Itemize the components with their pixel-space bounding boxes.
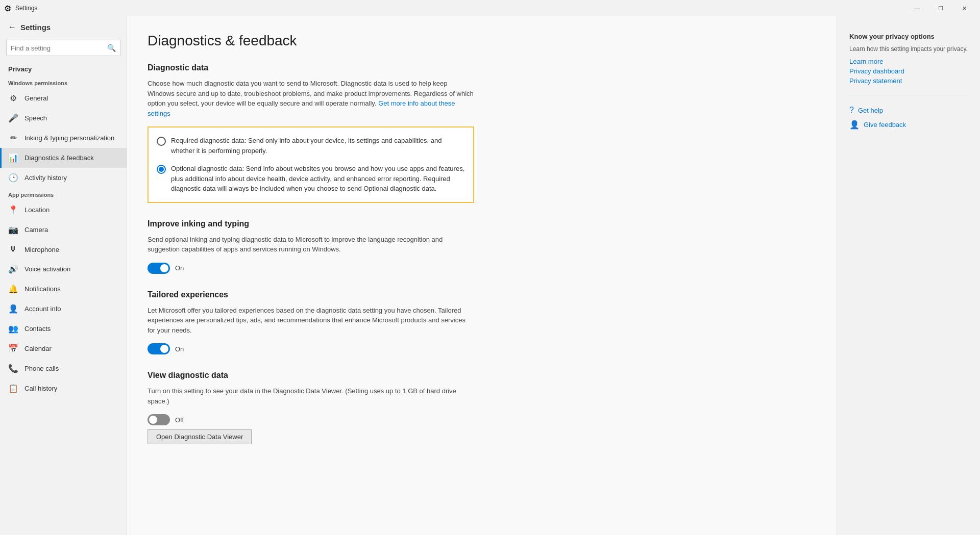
required-radio[interactable] <box>157 137 166 146</box>
window-controls: — ☐ ✕ <box>905 0 976 16</box>
view-diagnostic-toggle[interactable] <box>148 414 170 425</box>
nav-label-voice: Voice activation <box>24 265 70 273</box>
tailored-toggle-row: On <box>148 343 474 354</box>
sidebar-item-voice[interactable]: 🔊 Voice activation <box>0 259 127 279</box>
sidebar-item-calendar[interactable]: 📅 Calendar <box>0 339 127 359</box>
nav-label-inking: Inking & typing personalization <box>24 134 114 142</box>
sidebar-app-title: Settings <box>20 23 51 32</box>
windows-permissions-label: Windows permissions <box>0 76 127 88</box>
view-diagnostic-toggle-row: Off <box>148 414 474 425</box>
nav-icon-callhistory: 📋 <box>8 384 18 393</box>
nav-icon-camera: 📷 <box>8 225 18 235</box>
sidebar-header: ← Settings <box>0 16 127 38</box>
view-diagnostic-toggle-thumb <box>149 416 157 424</box>
sidebar-item-phonecalls[interactable]: 📞 Phone calls <box>0 359 127 378</box>
main-content: Diagnostics & feedback Diagnostic data C… <box>127 16 837 535</box>
sidebar-item-diagnostics[interactable]: 📊 Diagnostics & feedback <box>0 148 127 168</box>
app-container: ← Settings 🔍 Privacy Windows permissions… <box>0 16 980 535</box>
nav-label-general: General <box>24 94 48 102</box>
right-action-give_feedback[interactable]: 👤 Give feedback <box>849 120 968 130</box>
tailored-toggle[interactable] <box>148 343 170 354</box>
right-panel-divider <box>849 95 968 95</box>
tailored-desc: Let Microsoft offer you tailored experie… <box>148 305 474 336</box>
sidebar: ← Settings 🔍 Privacy Windows permissions… <box>0 16 127 535</box>
nav-icon-inking: ✏ <box>8 133 18 143</box>
right-panel: Know your privacy options Learn how this… <box>837 16 980 535</box>
right-link-privacy_dashboard[interactable]: Privacy dashboard <box>849 67 968 75</box>
sidebar-item-notifications[interactable]: 🔔 Notifications <box>0 279 127 299</box>
nav-icon-location: 📍 <box>8 205 18 215</box>
nav-label-activity: Activity history <box>24 174 67 182</box>
minimize-button[interactable]: — <box>905 0 929 16</box>
required-label: Required diagnostic data: Send only info… <box>171 136 465 156</box>
right-action-icon-give_feedback: 👤 <box>849 120 860 130</box>
nav-icon-calendar: 📅 <box>8 344 18 353</box>
diagnostic-data-title: Diagnostic data <box>148 63 474 72</box>
sidebar-item-account[interactable]: 👤 Account info <box>0 299 127 319</box>
sidebar-item-contacts[interactable]: 👥 Contacts <box>0 319 127 339</box>
app-permissions-label: App permissions <box>0 188 127 200</box>
nav-label-location: Location <box>24 206 50 214</box>
sidebar-item-general[interactable]: ⚙ General <box>0 88 127 108</box>
privacy-label: Privacy <box>0 62 127 76</box>
right-action-label-get_help: Get help <box>858 107 883 114</box>
view-diagnostic-title: View diagnostic data <box>148 371 474 380</box>
titlebar-icon: ⚙ <box>4 4 11 13</box>
right-panel-links: Learn morePrivacy dashboardPrivacy state… <box>849 58 968 85</box>
optional-radio[interactable] <box>157 165 166 174</box>
nav-label-notifications: Notifications <box>24 285 61 293</box>
sidebar-item-speech[interactable]: 🎤 Speech <box>0 108 127 128</box>
sidebar-item-callhistory[interactable]: 📋 Call history <box>0 378 127 398</box>
tailored-toggle-thumb <box>160 345 168 353</box>
search-box: 🔍 <box>6 40 120 56</box>
inking-toggle-thumb <box>160 264 168 272</box>
back-button[interactable]: ← <box>8 22 16 32</box>
optional-label: Optional diagnostic data: Send info abou… <box>171 164 465 194</box>
right-link-privacy_statement[interactable]: Privacy statement <box>849 77 968 85</box>
right-panel-desc: Learn how this setting impacts your priv… <box>849 44 968 54</box>
radio-options-box: Required diagnostic data: Send only info… <box>148 126 474 203</box>
search-icon[interactable]: 🔍 <box>107 44 116 52</box>
close-button[interactable]: ✕ <box>952 0 976 16</box>
required-option: Required diagnostic data: Send only info… <box>157 136 465 156</box>
sidebar-item-camera[interactable]: 📷 Camera <box>0 220 127 240</box>
sidebar-item-inking[interactable]: ✏ Inking & typing personalization <box>0 128 127 148</box>
optional-option: Optional diagnostic data: Send info abou… <box>157 164 465 194</box>
view-diagnostic-desc: Turn on this setting to see your data in… <box>148 386 474 406</box>
titlebar-title: Settings <box>15 5 905 12</box>
nav-label-diagnostics: Diagnostics & feedback <box>24 154 94 162</box>
right-panel-actions: ? Get help 👤 Give feedback <box>849 106 968 130</box>
inking-toggle-label: On <box>175 264 184 272</box>
sidebar-item-activity[interactable]: 🕒 Activity history <box>0 168 127 188</box>
view-diagnostic-toggle-label: Off <box>175 416 184 424</box>
open-diagnostic-viewer-button[interactable]: Open Diagnostic Data Viewer <box>148 429 252 444</box>
nav-icon-microphone: 🎙 <box>8 245 18 254</box>
sidebar-item-microphone[interactable]: 🎙 Microphone <box>0 240 127 259</box>
inking-typing-section: Improve inking and typing Send optional … <box>148 219 474 274</box>
right-link-learn_more[interactable]: Learn more <box>849 58 968 65</box>
view-diagnostic-section: View diagnostic data Turn on this settin… <box>148 371 474 444</box>
nav-label-contacts: Contacts <box>24 325 51 333</box>
maximize-button[interactable]: ☐ <box>929 0 952 16</box>
nav-label-phonecalls: Phone calls <box>24 365 59 372</box>
titlebar: ⚙ Settings — ☐ ✕ <box>0 0 980 16</box>
right-action-get_help[interactable]: ? Get help <box>849 106 968 115</box>
tailored-section: Tailored experiences Let Microsoft offer… <box>148 290 474 355</box>
nav-label-camera: Camera <box>24 226 48 234</box>
tailored-title: Tailored experiences <box>148 290 474 299</box>
nav-icon-general: ⚙ <box>8 93 18 103</box>
inking-typing-title: Improve inking and typing <box>148 219 474 228</box>
nav-label-speech: Speech <box>24 114 47 122</box>
nav-label-account: Account info <box>24 305 61 313</box>
inking-typing-desc: Send optional inking and typing diagnost… <box>148 235 474 254</box>
nav-label-microphone: Microphone <box>24 246 59 253</box>
sidebar-item-location[interactable]: 📍 Location <box>0 200 127 220</box>
nav-label-calendar: Calendar <box>24 345 52 352</box>
page-title: Diagnostics & feedback <box>148 33 816 49</box>
tailored-toggle-label: On <box>175 345 184 353</box>
inking-toggle[interactable] <box>148 263 170 274</box>
search-input[interactable] <box>11 44 107 52</box>
windows-permissions-nav: ⚙ General 🎤 Speech ✏ Inking & typing per… <box>0 88 127 188</box>
nav-icon-notifications: 🔔 <box>8 284 18 294</box>
nav-icon-phonecalls: 📞 <box>8 364 18 373</box>
